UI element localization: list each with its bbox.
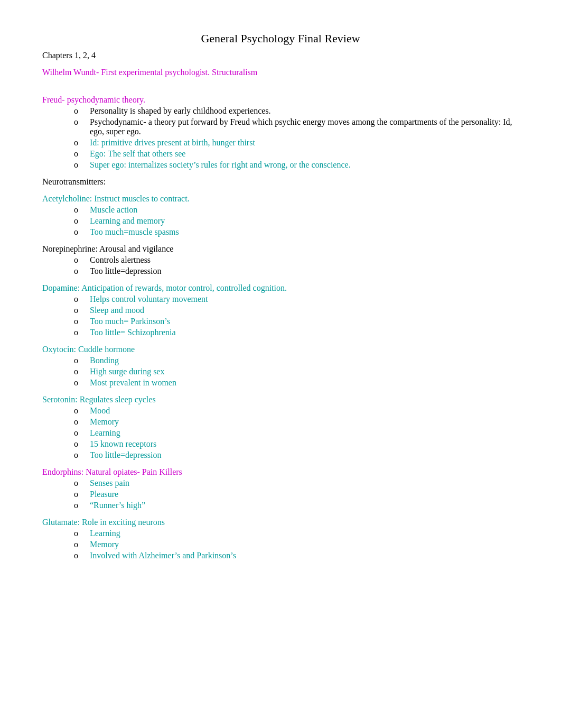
bullet: o [74,328,87,337]
bullet: o [74,540,87,549]
list-item: oPersonality is shaped by early childhoo… [74,106,519,116]
bullet: o [74,317,87,326]
bullet: o [74,501,87,510]
list-item: oLearning [74,428,519,438]
bullet: o [74,478,87,488]
chapters-label: Chapters 1, 2, 4 [42,51,519,60]
list-item: oHelps control voluntary movement [74,294,519,304]
dopamine-heading: Dopamine: Anticipation of rewards, motor… [42,283,519,293]
list-item: oMood [74,406,519,416]
bullet: o [74,306,87,315]
bullet: o [74,149,87,159]
bullet: o [74,378,87,388]
bullet: o [74,216,87,226]
bullet: o [74,529,87,538]
glutamate-list: oLearning oMemory oInvolved with Alzheim… [42,529,519,560]
list-item: oInvolved with Alzheimer’s and Parkinson… [74,551,519,560]
list-item: oMost prevalent in women [74,378,519,388]
glutamate-heading: Glutamate: Role in exciting neurons [42,518,519,527]
bullet: o [74,367,87,376]
bullet: o [74,160,87,170]
neurotransmitters-heading: Neurotransmitters: [42,177,519,187]
page-title: General Psychology Final Review [42,32,519,45]
list-item: oLearning [74,529,519,538]
freud-list: oPersonality is shaped by early childhoo… [42,106,519,170]
list-item: oToo much= Parkinson’s [74,317,519,326]
list-item: oId: primitive drives present at birth, … [74,138,519,148]
list-item: oBonding [74,356,519,365]
bullet: o [74,205,87,215]
list-item: oMemory [74,417,519,427]
list-item: oToo much=muscle spasms [74,227,519,237]
bullet: o [74,255,87,265]
list-item: o“Runner’s high” [74,501,519,510]
bullet: o [74,428,87,438]
norepinephrine-list: oControls alertness oToo little=depressi… [42,255,519,276]
list-item: o15 known receptors [74,439,519,449]
list-item: oToo little=depression [74,266,519,276]
list-item: oHigh surge during sex [74,367,519,376]
acetylcholine-list: oMuscle action oLearning and memory oToo… [42,205,519,237]
list-item: oControls alertness [74,255,519,265]
list-item: oMuscle action [74,205,519,215]
list-item: oSuper ego: internalizes society’s rules… [74,160,519,170]
acetylcholine-heading: Acetylcholine: Instruct muscles to contr… [42,194,519,204]
list-item: oPsychodynamic- a theory put forward by … [74,117,519,136]
bullet: o [74,106,87,116]
bullet: o [74,490,87,499]
bullet: o [74,227,87,237]
bullet: o [74,406,87,416]
dopamine-list: oHelps control voluntary movement oSleep… [42,294,519,337]
list-item: oMemory [74,540,519,549]
freud-heading: Freud- psychodynamic theory. [42,95,519,105]
bullet: o [74,450,87,460]
bullet: o [74,356,87,365]
bullet: o [74,294,87,304]
bullet: o [74,117,87,127]
serotonin-list: oMood oMemory oLearning o15 known recept… [42,406,519,460]
bullet: o [74,551,87,560]
bullet: o [74,266,87,276]
list-item: oSenses pain [74,478,519,488]
oxytocin-heading: Oxytocin: Cuddle hormone [42,345,519,354]
list-item: oPleasure [74,490,519,499]
list-item: oToo little=depression [74,450,519,460]
list-item: oToo little= Schizophrenia [74,328,519,337]
oxytocin-list: oBonding oHigh surge during sex oMost pr… [42,356,519,388]
endorphins-heading: Endorphins: Natural opiates- Pain Killer… [42,467,519,477]
endorphins-list: oSenses pain oPleasure o“Runner’s high” [42,478,519,510]
wilhelm-text: Wilhelm Wundt- First experimental psycho… [42,68,519,77]
list-item: oSleep and mood [74,306,519,315]
bullet: o [74,417,87,427]
list-item: oEgo: The self that others see [74,149,519,159]
norepinephrine-heading: Norepinephrine: Arousal and vigilance [42,244,519,254]
serotonin-heading: Serotonin: Regulates sleep cycles [42,395,519,404]
bullet: o [74,138,87,148]
list-item: oLearning and memory [74,216,519,226]
bullet: o [74,439,87,449]
